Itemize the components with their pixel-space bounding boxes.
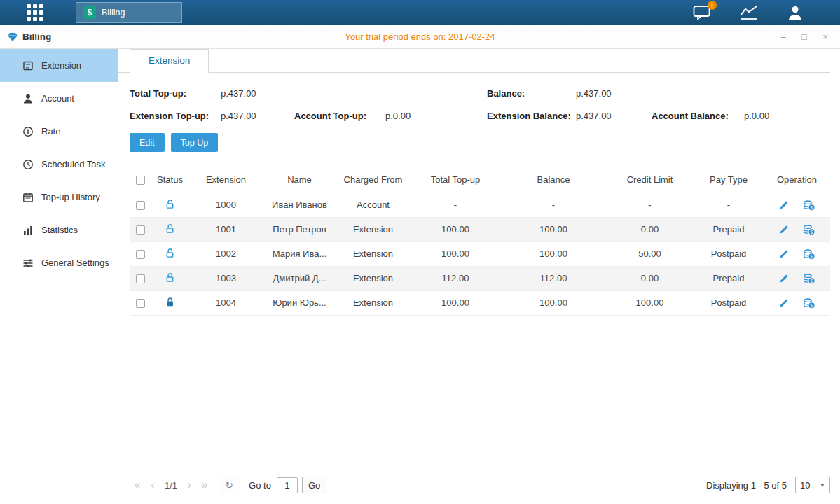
edit-button[interactable]: Edit — [130, 133, 165, 152]
svg-text:$: $ — [810, 229, 813, 234]
notification-badge: ! — [708, 1, 717, 10]
close-icon[interactable]: × — [820, 32, 830, 41]
top-up-button[interactable]: Top Up — [171, 133, 219, 152]
app-launcher-icon[interactable] — [27, 4, 43, 21]
cell-total-topup: 100.00 — [410, 241, 501, 266]
cell-pay-type: Prepaid — [694, 266, 764, 290]
extension-topup-value: p.437.00 — [221, 111, 294, 121]
first-page-icon[interactable]: « — [130, 479, 145, 491]
go-button[interactable]: Go — [302, 477, 326, 493]
sidebar-item-label: Top-up History — [41, 192, 100, 202]
edit-icon[interactable] — [779, 225, 789, 234]
next-page-icon[interactable]: › — [181, 479, 197, 491]
cell-credit-limit: 100.00 — [606, 290, 694, 315]
main-content: Extension Total Top-up: p.437.00 Balance… — [118, 49, 840, 504]
content-inner: Total Top-up: p.437.00 Balance: p.437.00… — [118, 73, 840, 472]
billing-app-tab[interactable]: $ Billing — [76, 2, 182, 23]
sidebar-item-scheduled-task[interactable]: Scheduled Task — [0, 148, 118, 181]
topup-icon[interactable]: $ — [803, 249, 815, 260]
cell-balance: - — [501, 192, 606, 217]
sidebar-item-account[interactable]: Account — [0, 82, 118, 115]
sidebar-item-topup-history[interactable]: Top-up History — [0, 181, 118, 214]
row-checkbox[interactable] — [136, 225, 145, 234]
account-balance-label: Account Balance: — [652, 111, 744, 121]
cell-charged-from: Extension — [336, 266, 410, 290]
cell-extension: 1000 — [189, 192, 263, 217]
sidebar-item-label: Account — [41, 93, 74, 104]
prev-page-icon[interactable]: ‹ — [145, 479, 160, 491]
cell-charged-from: Account — [336, 192, 410, 217]
select-all-checkbox[interactable] — [136, 176, 145, 185]
chevron-down-icon: ▼ — [820, 482, 825, 489]
maximize-icon[interactable]: □ — [799, 32, 809, 41]
app-body: Extension Account Rate — [0, 49, 840, 504]
cell-pay-type: Prepaid — [694, 217, 764, 241]
edit-icon[interactable] — [779, 200, 789, 210]
sidebar-item-general-settings[interactable]: General Settings — [0, 246, 118, 279]
row-checkbox[interactable] — [136, 274, 145, 284]
clock-icon — [22, 159, 34, 170]
topbar: $ Billing ! — [0, 0, 840, 25]
billing-window: $ Billing ! — [0, 0, 840, 504]
edit-icon[interactable] — [779, 274, 789, 284]
topup-icon[interactable]: $ — [803, 298, 815, 309]
cell-extension: 1002 — [189, 241, 263, 266]
tab-extension[interactable]: Extension — [130, 49, 209, 73]
last-page-icon[interactable]: » — [197, 479, 212, 491]
cell-pay-type: Postpaid — [694, 241, 764, 266]
account-topup-label: Account Top-up: — [294, 111, 385, 121]
minimize-icon[interactable]: – — [778, 32, 788, 41]
cell-charged-from: Extension — [336, 290, 410, 315]
col-operation: Operation — [764, 167, 830, 192]
topup-icon[interactable]: $ — [803, 274, 815, 284]
topup-icon[interactable]: $ — [803, 200, 815, 211]
user-account-icon[interactable] — [787, 5, 804, 20]
refresh-icon[interactable]: ↻ — [221, 477, 237, 493]
titlebar-left: Billing — [0, 31, 51, 43]
table-row: 1002 Мария Ива... Extension 100.00 100.0… — [130, 241, 830, 266]
calendar-icon — [22, 192, 34, 203]
row-checkbox[interactable] — [136, 299, 145, 308]
summary-row-1: Total Top-up: p.437.00 Balance: p.437.00 — [130, 88, 830, 99]
edit-icon[interactable] — [779, 249, 789, 259]
total-topup-label: Total Top-up: — [130, 88, 221, 99]
reports-chart-icon[interactable] — [739, 5, 759, 20]
sidebar-item-rate[interactable]: Rate — [0, 115, 118, 148]
topup-icon[interactable]: $ — [803, 225, 815, 235]
cell-balance: 112.00 — [501, 266, 606, 290]
page-size-select[interactable]: 10 ▼ — [795, 477, 830, 493]
toolbar: Edit Top Up — [130, 133, 830, 152]
summary-row-2: Extension Top-up: p.437.00 Account Top-u… — [130, 111, 830, 121]
svg-text:$: $ — [810, 253, 813, 259]
svg-text:$: $ — [810, 204, 813, 210]
cell-name: Петр Петров — [263, 217, 336, 241]
account-topup-value: p.0.00 — [385, 111, 487, 121]
cell-charged-from: Extension — [336, 217, 410, 241]
goto-page-input[interactable] — [277, 477, 298, 493]
extension-table: Status Extension Name Charged From Total… — [130, 167, 830, 316]
cell-name: Иван Иванов — [263, 192, 336, 217]
goto-label: Go to — [249, 480, 271, 491]
row-checkbox[interactable] — [136, 201, 145, 210]
sidebar: Extension Account Rate — [0, 49, 118, 504]
statistics-icon — [22, 225, 34, 236]
col-total-topup: Total Top-up — [410, 167, 501, 192]
status-locked-icon — [165, 297, 175, 307]
balance-label: Balance: — [487, 88, 576, 99]
status-unlocked-icon — [165, 272, 175, 283]
sidebar-item-label: Extension — [41, 60, 81, 71]
sidebar-item-statistics[interactable]: Statistics — [0, 214, 118, 246]
col-name: Name — [263, 167, 336, 192]
cell-pay-type: Postpaid — [694, 290, 764, 315]
tabbar: Extension — [118, 49, 830, 73]
col-status: Status — [151, 167, 189, 192]
edit-icon[interactable] — [779, 298, 789, 308]
extension-table-body: 1000 Иван Иванов Account - - - - — [130, 192, 830, 315]
sidebar-item-extension[interactable]: Extension — [0, 49, 118, 82]
cell-total-topup: 100.00 — [410, 217, 501, 241]
messages-icon[interactable]: ! — [693, 5, 711, 20]
col-pay-type: Pay Type — [694, 167, 764, 192]
cell-credit-limit: 50.00 — [606, 241, 694, 266]
extension-balance-label: Extension Balance: — [487, 111, 576, 121]
row-checkbox[interactable] — [136, 250, 145, 259]
